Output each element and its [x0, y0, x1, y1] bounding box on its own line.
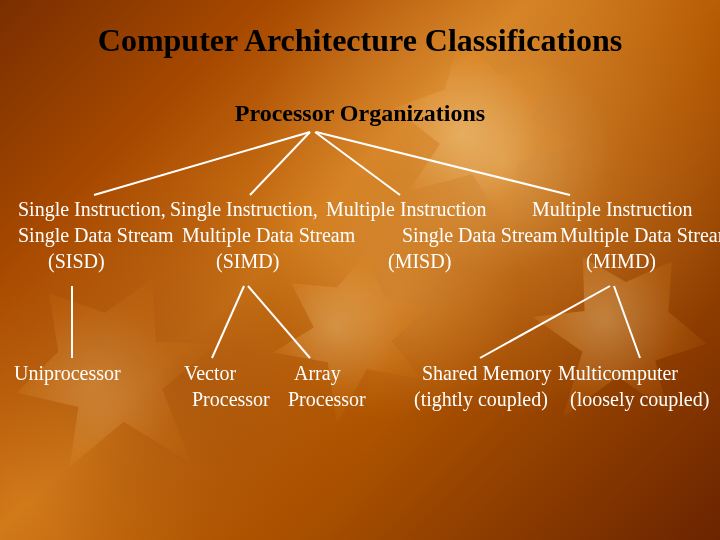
mimd-line1: Multiple Instruction: [532, 198, 693, 221]
misd-label: (MISD): [388, 250, 451, 273]
svg-line-1: [250, 132, 310, 195]
array-label-2: Processor: [288, 388, 366, 411]
simd-line2: Multiple Data Stream: [182, 224, 355, 247]
svg-line-0: [94, 132, 310, 195]
svg-line-5: [212, 286, 244, 358]
sisd-line2: Single Data Stream: [18, 224, 174, 247]
mimd-line2: Multiple Data Stream: [560, 224, 720, 247]
array-label-1: Array: [294, 362, 341, 385]
simd-line1: Single Instruction,: [170, 198, 318, 221]
multicomputer-label-2: (loosely coupled): [570, 388, 709, 411]
sisd-label: (SISD): [48, 250, 105, 273]
shared-mem-label-1: Shared Memory: [422, 362, 551, 385]
multicomputer-label-1: Multicomputer: [558, 362, 678, 385]
simd-label: (SIMD): [216, 250, 279, 273]
vector-label-1: Vector: [184, 362, 236, 385]
vector-label-2: Processor: [192, 388, 270, 411]
svg-line-2: [315, 132, 400, 195]
misd-line1: Multiple Instruction: [326, 198, 487, 221]
misd-line2: Single Data Stream: [402, 224, 558, 247]
shared-mem-label-2: (tightly coupled): [414, 388, 548, 411]
mimd-label: (MIMD): [586, 250, 656, 273]
slide-title: Computer Architecture Classifications: [0, 22, 720, 59]
uniprocessor-label: Uniprocessor: [14, 362, 121, 385]
sisd-line1: Single Instruction,: [18, 198, 166, 221]
slide-subtitle: Processor Organizations: [0, 100, 720, 127]
